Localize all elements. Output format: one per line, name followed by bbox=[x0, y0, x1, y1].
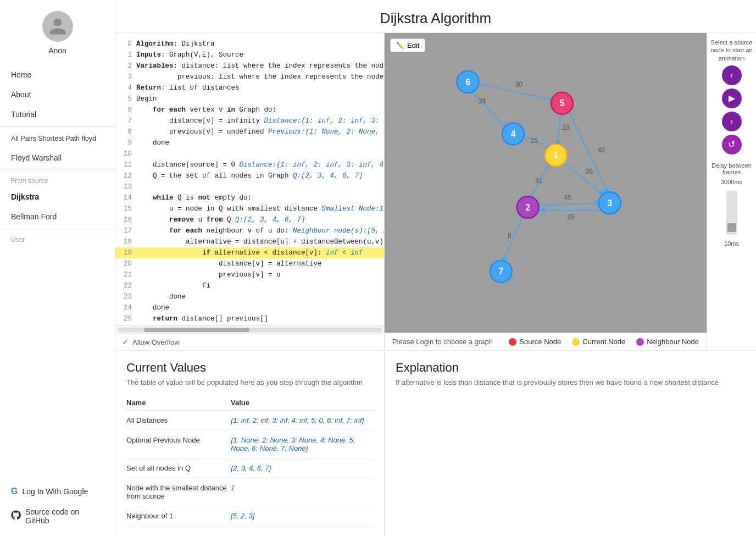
github-link[interactable]: Source code on GitHub bbox=[0, 502, 115, 531]
graph-login-message: Please Login to choose a graph bbox=[392, 338, 493, 346]
code-line-16: 16 remove u from Q Q:[2, 3, 4, 6, 7] bbox=[115, 214, 384, 225]
svg-text:23: 23 bbox=[562, 124, 570, 131]
row-value: {1: inf, 2: inf, 3: inf, 4: inf, 5: 0, 6… bbox=[231, 411, 373, 430]
svg-text:31: 31 bbox=[535, 177, 543, 185]
code-line-6: 6 for each vertex v in Graph do: bbox=[115, 104, 384, 115]
forward-button[interactable]: › bbox=[722, 112, 742, 131]
checkmark-icon: ✓ bbox=[122, 337, 129, 347]
sidebar-divider-3 bbox=[0, 229, 115, 229]
code-line-3: 3 previous: list where the index represe… bbox=[115, 71, 384, 82]
graph-panel: ✏️ Edit 39 30 bbox=[385, 33, 707, 350]
row-value: {2, 3, 4, 6, 7} bbox=[231, 458, 373, 478]
svg-text:4: 4 bbox=[511, 129, 516, 139]
code-line-9: 9 done bbox=[115, 137, 384, 148]
sidebar-divider-2 bbox=[0, 170, 115, 170]
graph-legend: Please Login to choose a graph Source No… bbox=[385, 333, 707, 350]
svg-text:45: 45 bbox=[564, 194, 571, 201]
svg-line-7 bbox=[558, 109, 561, 146]
page-title: Dijkstra Algorithm bbox=[115, 0, 756, 33]
delay-min-value: 10ms bbox=[724, 240, 739, 247]
sidebar-item-floyd-link[interactable]: All Pairs Shortest Path floyd bbox=[0, 129, 115, 148]
select-source-label: Select a source node to start an animati… bbox=[710, 38, 753, 62]
sidebar-item-tutorial[interactable]: Tutorial bbox=[0, 104, 115, 124]
svg-text:3: 3 bbox=[607, 198, 612, 208]
current-values-title: Current Values bbox=[126, 361, 373, 375]
delay-slider-thumb bbox=[727, 223, 736, 232]
svg-text:40: 40 bbox=[598, 146, 605, 154]
svg-text:30: 30 bbox=[515, 81, 522, 89]
code-line-12: 12 Q = the set of all nodes in Graph Q:[… bbox=[115, 170, 384, 181]
bottom-area: Current Values The table of value will b… bbox=[115, 350, 756, 536]
code-line-10: 10 bbox=[115, 148, 384, 159]
neighbour-node-label: Neighbour Node bbox=[647, 338, 699, 346]
code-line-13: 13 bbox=[115, 181, 384, 192]
code-block: 0 Algorithm: Dijkstra 1 Inputs: Graph(V,… bbox=[115, 33, 384, 325]
code-line-11: 11 distance[source] = 0 Distance:{1: inf… bbox=[115, 159, 384, 170]
row-value: [5, 2, 3] bbox=[231, 506, 373, 526]
google-icon: G bbox=[11, 487, 18, 496]
code-line-17: 17 for each neighbour v of u do: Neighbo… bbox=[115, 225, 384, 236]
delay-slider[interactable] bbox=[726, 191, 737, 235]
explanation-panel: Explanation If alternative is less than … bbox=[385, 351, 756, 536]
user-avatar-icon bbox=[48, 16, 68, 36]
scrollbar-track bbox=[118, 328, 382, 332]
sidebar-section-from-source: From source bbox=[0, 173, 115, 187]
content-area: 0 Algorithm: Dijkstra 1 Inputs: Graph(V,… bbox=[115, 33, 756, 350]
code-line-24: 24 done bbox=[115, 302, 384, 313]
code-panel: 0 Algorithm: Dijkstra 1 Inputs: Graph(V,… bbox=[115, 33, 385, 350]
back-button[interactable]: ‹ bbox=[722, 65, 742, 85]
row-name: Set of all nodes in Q bbox=[126, 458, 231, 478]
code-line-2: 2 Variables: distance: list where the in… bbox=[115, 60, 384, 71]
github-label: Source code on GitHub bbox=[25, 507, 104, 525]
sidebar-item-bellman-ford[interactable]: Bellman Ford bbox=[0, 207, 115, 226]
sidebar-bottom: G Log In With Google Source code on GitH… bbox=[0, 481, 115, 536]
table-row: Neighbour of 1[5, 2, 3] bbox=[126, 506, 373, 526]
row-name: Optimal Previous Node bbox=[126, 430, 231, 458]
code-horizontal-scrollbar[interactable] bbox=[115, 325, 384, 333]
username-label: Anon bbox=[48, 46, 66, 55]
edit-graph-button[interactable]: ✏️ Edit bbox=[390, 38, 425, 52]
allow-overflow-checkbox[interactable]: ✓ Allow Overflow bbox=[115, 333, 384, 350]
svg-text:25: 25 bbox=[530, 137, 538, 145]
source-node-label: Source Node bbox=[519, 338, 561, 346]
current-node-dot bbox=[572, 338, 580, 346]
current-values-subtitle: The table of value will be populated her… bbox=[126, 378, 373, 386]
sidebar-item-home[interactable]: Home bbox=[0, 65, 115, 85]
login-google-button[interactable]: G Log In With Google bbox=[0, 481, 115, 502]
explanation-title: Explanation bbox=[396, 361, 745, 375]
graph-visualization: 39 30 25 23 31 35 bbox=[385, 33, 707, 333]
current-node-label: Current Node bbox=[582, 338, 625, 346]
explanation-text: If alternative is less than distance tha… bbox=[396, 378, 745, 386]
row-name: Neighbour of 1 bbox=[126, 506, 231, 526]
table-row: All Distances{1: inf, 2: inf, 3: inf, 4:… bbox=[126, 411, 373, 430]
code-line-1: 1 Inputs: Graph(V,E), Source bbox=[115, 49, 384, 60]
delay-value: 3000ms bbox=[721, 179, 742, 185]
code-line-22: 22 fi bbox=[115, 280, 384, 291]
code-line-18: 18 alternative = distance[u] + distanceB… bbox=[115, 236, 384, 247]
row-name: Node with the smallest distance from sou… bbox=[126, 478, 231, 506]
play-button[interactable]: ▶ bbox=[722, 89, 742, 108]
main-content: Dijkstra Algorithm 0 Algorithm: Dijkstra… bbox=[115, 0, 756, 536]
refresh-button[interactable]: ↺ bbox=[722, 135, 742, 154]
code-line-20: 20 distance[v] = alternative bbox=[115, 258, 384, 269]
code-line-8: 8 previous[v] = undefined Previous:{1: N… bbox=[115, 126, 384, 137]
svg-text:2: 2 bbox=[525, 203, 530, 212]
row-value: {1: None, 2: None, 3: None, 4: None, 5: … bbox=[231, 430, 373, 458]
svg-line-11 bbox=[563, 162, 604, 195]
table-row: Node with the smallest distance from sou… bbox=[126, 478, 373, 506]
svg-text:7: 7 bbox=[498, 267, 503, 276]
code-line-7: 7 distance[v] = infinity Distance:{1: in… bbox=[115, 115, 384, 126]
legend-source-node: Source Node bbox=[509, 338, 561, 346]
svg-text:39: 39 bbox=[479, 97, 486, 105]
sidebar-item-floyd-warshall[interactable]: Floyd Warshall bbox=[0, 148, 115, 168]
svg-text:5: 5 bbox=[560, 98, 565, 108]
sidebar-navigation: Home About Tutorial All Pairs Shortest P… bbox=[0, 65, 115, 246]
sidebar-item-dijkstra[interactable]: Dijkstra bbox=[0, 187, 115, 207]
code-line-0: 0 Algorithm: Dijkstra bbox=[115, 38, 384, 49]
scrollbar-thumb bbox=[144, 328, 249, 332]
svg-text:6: 6 bbox=[465, 78, 470, 87]
sidebar-item-about[interactable]: About bbox=[0, 85, 115, 104]
col-header-name: Name bbox=[126, 395, 231, 411]
source-node-dot bbox=[509, 338, 516, 346]
code-line-4: 4 Return: list of distances bbox=[115, 82, 384, 93]
